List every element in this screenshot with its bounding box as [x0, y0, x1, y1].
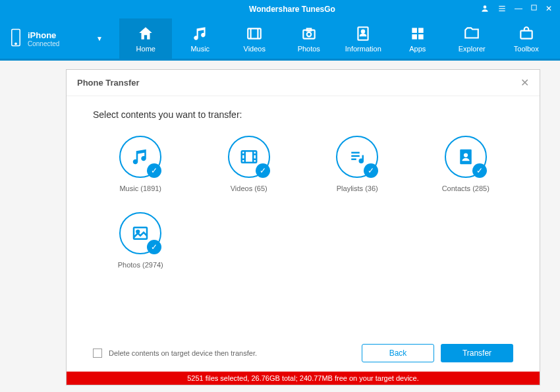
transfer-item-playlists[interactable]: ✓ Playlists (36)	[310, 136, 405, 192]
delete-label: Delete contents on target device then tr…	[109, 349, 355, 357]
svg-rect-4	[532, 5, 536, 9]
window-title: Wondershare TunesGo	[112, 5, 472, 14]
toolbar: iPhone Connected ▼ Home Music Videos Pho…	[0, 18, 560, 61]
close-icon[interactable]: ✕	[520, 76, 529, 89]
nav-information[interactable]: Information	[337, 18, 389, 59]
music-icon	[192, 25, 209, 42]
item-label: Playlists (36)	[337, 184, 378, 192]
back-button[interactable]: Back	[362, 344, 434, 362]
maximize-icon[interactable]	[530, 4, 538, 15]
check-icon: ✓	[147, 240, 161, 254]
svg-rect-18	[418, 34, 424, 40]
device-name: iPhone	[28, 30, 96, 40]
svg-point-6	[15, 43, 16, 44]
modal-title: Phone Transfer	[77, 78, 520, 88]
videos-icon	[246, 25, 263, 42]
nav-toolbox[interactable]: Toolbox	[500, 18, 553, 59]
nav-videos-label: Videos	[244, 45, 266, 53]
apps-icon	[409, 25, 426, 42]
contacts-icon	[456, 147, 476, 167]
transfer-item-contacts[interactable]: ✓ Contacts (285)	[418, 136, 514, 192]
nav-information-label: Information	[345, 45, 381, 53]
nav-toolbox-label: Toolbox	[514, 45, 539, 53]
transfer-prompt: Select contents you want to transfer:	[93, 109, 513, 120]
check-icon: ✓	[147, 163, 161, 178]
nav-music-label: Music	[190, 45, 210, 53]
playlists-icon	[347, 147, 367, 167]
transfer-item-photos[interactable]: ✓ Photos (2974)	[93, 212, 188, 269]
svg-point-14	[362, 30, 364, 32]
item-label: Photos (2974)	[118, 261, 163, 269]
transfer-item-videos[interactable]: ✓ Videos (65)	[202, 136, 297, 192]
svg-rect-7	[248, 28, 262, 38]
svg-rect-15	[412, 28, 417, 33]
nav-apps-label: Apps	[409, 45, 426, 53]
nav-music[interactable]: Music	[174, 18, 227, 59]
phone-transfer-modal: Phone Transfer ✕ Select contents you wan…	[66, 69, 540, 385]
minimize-icon[interactable]: —	[515, 4, 522, 15]
device-selector[interactable]: iPhone Connected ▼	[0, 18, 112, 59]
svg-rect-17	[412, 34, 417, 40]
photos-icon	[130, 223, 150, 243]
close-icon[interactable]: ✕	[546, 4, 552, 15]
svg-point-11	[307, 32, 312, 36]
photos-icon	[300, 25, 318, 42]
device-status: Connected	[28, 40, 96, 47]
nav-videos[interactable]: Videos	[228, 18, 281, 59]
check-icon: ✓	[256, 163, 270, 178]
nav-photos-label: Photos	[298, 45, 320, 53]
user-icon[interactable]	[480, 4, 490, 15]
nav-explorer[interactable]: Explorer	[445, 18, 498, 59]
status-bar: 5251 files selected, 26.76GB total; 240.…	[67, 372, 540, 385]
information-icon	[354, 25, 372, 42]
transfer-button[interactable]: Transfer	[441, 344, 513, 362]
title-bar: Wondershare TunesGo — ✕	[0, 0, 560, 18]
explorer-icon	[463, 25, 480, 42]
music-icon	[130, 147, 150, 167]
svg-rect-16	[418, 28, 424, 33]
nav-home-label: Home	[136, 45, 155, 53]
delete-checkbox[interactable]	[93, 349, 102, 358]
nav-home[interactable]: Home	[119, 18, 172, 59]
svg-point-0	[484, 5, 487, 9]
phone-icon	[9, 28, 22, 49]
chevron-down-icon: ▼	[96, 35, 103, 42]
item-label: Music (1891)	[119, 184, 161, 192]
item-label: Contacts (285)	[442, 184, 490, 192]
videos-icon	[239, 147, 259, 167]
nav-photos[interactable]: Photos	[283, 18, 335, 59]
toolbox-icon	[518, 25, 535, 42]
svg-rect-20	[242, 151, 257, 163]
item-label: Videos (65)	[231, 184, 267, 192]
svg-point-33	[464, 153, 468, 157]
nav-apps[interactable]: Apps	[391, 18, 444, 59]
transfer-item-music[interactable]: ✓ Music (1891)	[93, 136, 188, 192]
menu-icon[interactable]	[497, 4, 507, 15]
home-icon	[137, 25, 154, 42]
check-icon: ✓	[364, 163, 378, 178]
nav-explorer-label: Explorer	[459, 45, 486, 53]
check-icon: ✓	[472, 163, 487, 178]
svg-rect-19	[520, 30, 532, 38]
